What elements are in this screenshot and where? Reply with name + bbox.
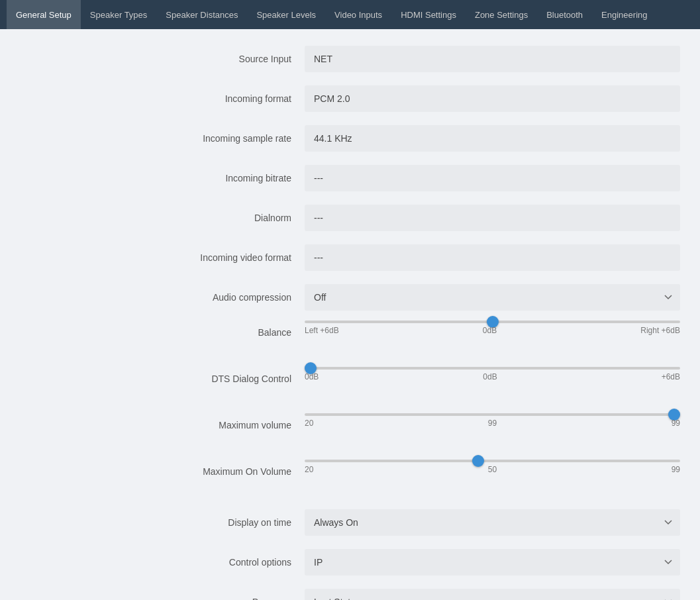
dts-dialog-row: DTS Dialog Control 0dB 0dB +6dB bbox=[20, 367, 680, 407]
max-volume-label: Maximum volume bbox=[20, 413, 305, 430]
nav-zone-settings[interactable]: Zone Settings bbox=[466, 0, 537, 29]
dts-dialog-slider-labels: 0dB 0dB +6dB bbox=[305, 372, 680, 381]
incoming-sample-rate-row: Incoming sample rate 44.1 KHz bbox=[20, 122, 680, 155]
nav-engineering[interactable]: Engineering bbox=[592, 0, 656, 29]
nav-speaker-distances[interactable]: Speaker Distances bbox=[156, 0, 247, 29]
balance-slider-labels: Left +6dB 0dB Right +6dB bbox=[305, 326, 680, 335]
dialnorm-row: Dialnorm --- bbox=[20, 201, 680, 234]
display-on-time-row: Display on time Always On 5 seconds 10 s… bbox=[20, 506, 680, 539]
dts-max-label: +6dB bbox=[662, 372, 680, 381]
dialnorm-value: --- bbox=[305, 205, 680, 231]
max-on-volume-center-label: 50 bbox=[488, 465, 497, 474]
balance-center-label: 0dB bbox=[483, 326, 497, 335]
max-volume-slider[interactable] bbox=[305, 413, 680, 416]
dts-center-label: 0dB bbox=[483, 372, 497, 381]
dts-dialog-slider-container: 0dB 0dB +6dB bbox=[305, 367, 680, 381]
incoming-format-value: PCM 2.0 bbox=[305, 85, 680, 112]
navigation-bar: General Setup Speaker Types Speaker Dist… bbox=[0, 0, 700, 29]
source-input-label: Source Input bbox=[20, 54, 305, 64]
max-on-volume-slider-labels: 20 50 99 bbox=[305, 465, 680, 474]
incoming-video-format-row: Incoming video format --- bbox=[20, 241, 680, 274]
nav-video-inputs[interactable]: Video Inputs bbox=[325, 0, 391, 29]
incoming-bitrate-label: Incoming bitrate bbox=[20, 173, 305, 183]
dts-min-label: 0dB bbox=[305, 372, 319, 381]
balance-row: Balance Left +6dB 0dB Right +6dB bbox=[20, 321, 680, 360]
max-on-volume-row: Maximum On Volume 20 50 99 bbox=[20, 460, 680, 499]
display-on-time-label: Display on time bbox=[20, 517, 305, 528]
power-on-row: Power on Last State On Off bbox=[20, 585, 680, 600]
incoming-sample-rate-label: Incoming sample rate bbox=[20, 133, 305, 144]
incoming-sample-rate-value: 44.1 KHz bbox=[305, 125, 680, 152]
incoming-video-format-label: Incoming video format bbox=[20, 252, 305, 263]
main-content: Source Input NET Incoming format PCM 2.0… bbox=[0, 29, 700, 600]
max-volume-max-label: 99 bbox=[672, 419, 680, 428]
audio-compression-select[interactable]: Off On Auto bbox=[305, 284, 680, 311]
source-input-value: NET bbox=[305, 46, 680, 72]
balance-max-label: Right +6dB bbox=[640, 326, 680, 335]
balance-label: Balance bbox=[20, 321, 305, 338]
dts-dialog-label: DTS Dialog Control bbox=[20, 367, 305, 384]
balance-slider[interactable] bbox=[305, 321, 680, 323]
incoming-bitrate-row: Incoming bitrate --- bbox=[20, 162, 680, 195]
audio-compression-row: Audio compression Off On Auto bbox=[20, 281, 680, 314]
incoming-bitrate-value: --- bbox=[305, 165, 680, 191]
incoming-format-row: Incoming format PCM 2.0 bbox=[20, 82, 680, 115]
balance-slider-container: Left +6dB 0dB Right +6dB bbox=[305, 321, 680, 335]
control-options-label: Control options bbox=[20, 557, 305, 568]
balance-min-label: Left +6dB bbox=[305, 326, 339, 335]
nav-hdmi-settings[interactable]: HDMI Settings bbox=[391, 0, 466, 29]
source-input-row: Source Input NET bbox=[20, 42, 680, 75]
nav-bluetooth[interactable]: Bluetooth bbox=[537, 0, 592, 29]
power-on-label: Power on bbox=[20, 597, 305, 600]
nav-general-setup[interactable]: General Setup bbox=[7, 0, 81, 29]
max-volume-min-label: 20 bbox=[305, 419, 313, 428]
max-volume-slider-container: 20 99 99 bbox=[305, 413, 680, 428]
max-volume-center-label: 99 bbox=[488, 419, 497, 428]
max-on-volume-min-label: 20 bbox=[305, 465, 313, 474]
power-on-select[interactable]: Last State On Off bbox=[305, 589, 680, 600]
dialnorm-label: Dialnorm bbox=[20, 213, 305, 223]
incoming-video-format-value: --- bbox=[305, 244, 680, 271]
max-on-volume-slider-container: 20 50 99 bbox=[305, 460, 680, 474]
nav-speaker-levels[interactable]: Speaker Levels bbox=[247, 0, 325, 29]
control-options-row: Control options IP RS232 IR bbox=[20, 546, 680, 579]
incoming-format-label: Incoming format bbox=[20, 93, 305, 104]
max-on-volume-max-label: 99 bbox=[672, 465, 680, 474]
max-volume-slider-labels: 20 99 99 bbox=[305, 419, 680, 428]
control-options-select[interactable]: IP RS232 IR bbox=[305, 549, 680, 575]
max-on-volume-label: Maximum On Volume bbox=[20, 460, 305, 477]
max-volume-row: Maximum volume 20 99 99 bbox=[20, 413, 680, 453]
max-on-volume-slider[interactable] bbox=[305, 460, 680, 462]
display-on-time-select[interactable]: Always On 5 seconds 10 seconds 30 second… bbox=[305, 509, 680, 536]
audio-compression-label: Audio compression bbox=[20, 292, 305, 303]
dts-dialog-slider[interactable] bbox=[305, 367, 680, 370]
nav-speaker-types[interactable]: Speaker Types bbox=[81, 0, 156, 29]
